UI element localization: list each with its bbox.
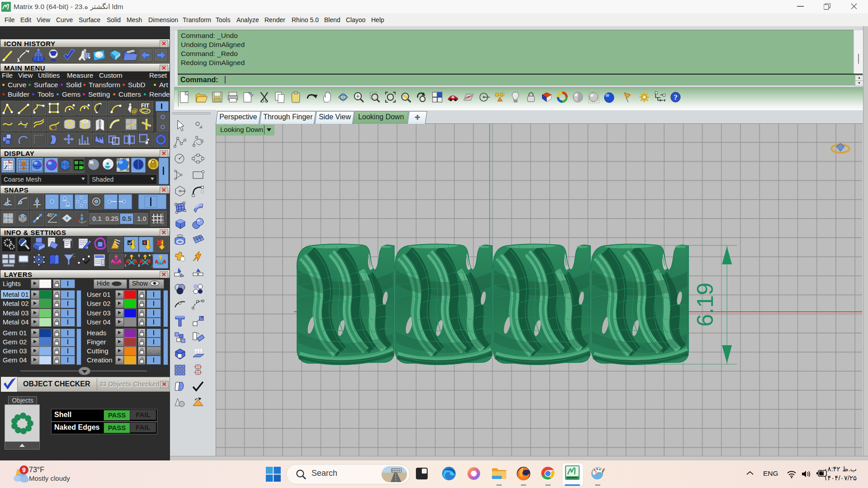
svg-text:FIT: FIT bbox=[141, 103, 150, 109]
svg-text:45°: 45° bbox=[47, 213, 54, 218]
svg-text:Coarse Mesh: Coarse Mesh bbox=[4, 176, 41, 183]
svg-text:1: 1 bbox=[20, 120, 22, 125]
svg-text:@: @ bbox=[132, 108, 137, 114]
svg-text:2: 2 bbox=[24, 124, 27, 128]
svg-text:6.19: 6.19 bbox=[693, 282, 718, 326]
svg-text:0.1: 0.1 bbox=[92, 215, 102, 222]
svg-text:Shaded: Shaded bbox=[92, 176, 113, 183]
svg-text:?: ? bbox=[674, 93, 677, 102]
svg-text:1.0: 1.0 bbox=[137, 215, 146, 222]
svg-text:0.5: 0.5 bbox=[122, 215, 132, 222]
svg-text:9: 9 bbox=[22, 466, 26, 474]
svg-text:0.25: 0.25 bbox=[105, 215, 118, 222]
